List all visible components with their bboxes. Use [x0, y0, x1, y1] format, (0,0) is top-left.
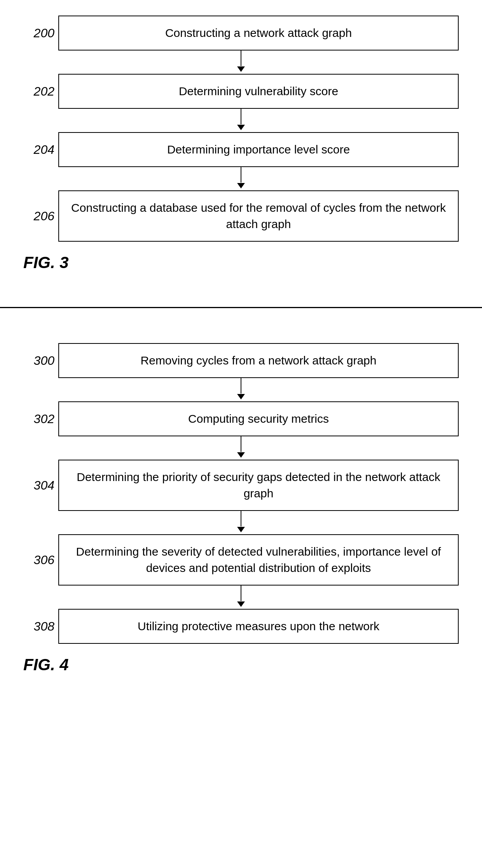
- step-number-200: 200: [23, 26, 58, 40]
- step-box-306: Determining the severity of detected vul…: [58, 534, 459, 586]
- step-wrapper-304: 304 Determining the priority of security…: [23, 460, 459, 511]
- step-box-300: Removing cycles from a network attack gr…: [58, 343, 459, 378]
- step-wrapper-308: 308 Utilizing protective measures upon t…: [23, 609, 459, 644]
- arrow-200-202: [23, 51, 459, 74]
- step-box-202: Determining vulnerability score: [58, 74, 459, 109]
- step-box-302: Computing security metrics: [58, 401, 459, 436]
- step-box-204: Determining importance level score: [58, 132, 459, 167]
- arrow-304-306: [23, 511, 459, 534]
- step-box-308: Utilizing protective measures upon the n…: [58, 609, 459, 644]
- step-number-302: 302: [23, 412, 58, 426]
- step-wrapper-204: 204 Determining importance level score: [23, 132, 459, 167]
- step-number-206: 206: [23, 209, 58, 223]
- step-box-304: Determining the priority of security gap…: [58, 460, 459, 511]
- step-number-204: 204: [23, 143, 58, 157]
- step-wrapper-200: 200 Constructing a network attack graph: [23, 16, 459, 51]
- fig4-flow: 300 Removing cycles from a network attac…: [23, 343, 459, 644]
- arrow-302-304: [23, 436, 459, 460]
- step-number-308: 308: [23, 619, 58, 634]
- step-number-306: 306: [23, 553, 58, 567]
- arrow-204-206: [23, 167, 459, 190]
- step-wrapper-302: 302 Computing security metrics: [23, 401, 459, 436]
- arrow-306-308: [23, 586, 459, 609]
- fig3-section: 200 Constructing a network attack graph …: [0, 0, 482, 288]
- step-wrapper-202: 202 Determining vulnerability score: [23, 74, 459, 109]
- step-number-304: 304: [23, 478, 58, 493]
- step-wrapper-206: 206 Constructing a database used for the…: [23, 190, 459, 242]
- step-wrapper-306: 306 Determining the severity of detected…: [23, 534, 459, 586]
- fig4-section: 300 Removing cycles from a network attac…: [0, 328, 482, 690]
- fig3-flow: 200 Constructing a network attack graph …: [23, 16, 459, 242]
- step-box-206: Constructing a database used for the rem…: [58, 190, 459, 242]
- step-number-300: 300: [23, 354, 58, 368]
- step-wrapper-300: 300 Removing cycles from a network attac…: [23, 343, 459, 378]
- section-divider: [0, 307, 482, 308]
- step-box-200: Constructing a network attack graph: [58, 16, 459, 51]
- fig3-label: FIG. 3: [23, 253, 459, 272]
- step-number-202: 202: [23, 84, 58, 99]
- arrow-300-302: [23, 378, 459, 401]
- arrow-202-204: [23, 109, 459, 132]
- fig4-label: FIG. 4: [23, 655, 459, 674]
